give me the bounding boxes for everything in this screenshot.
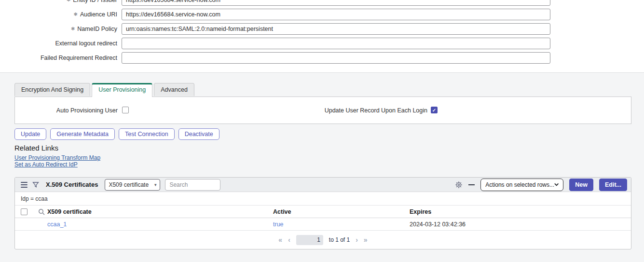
saml-idp-form: ✱ Entity ID / Issuer ✱ Audience URI ✱ Na… <box>0 0 644 73</box>
form-row-entity-id: ✱ Entity ID / Issuer <box>0 0 644 6</box>
breadcrumb: Idp = ccaa <box>15 192 631 206</box>
edit-button[interactable]: Edit... <box>599 179 627 191</box>
list-search-input[interactable] <box>165 179 220 191</box>
user-provisioning-transform-map-link[interactable]: User Provisioning Transform Map <box>14 154 100 161</box>
nameid-policy-label: ✱ NameID Policy <box>0 23 117 35</box>
generate-metadata-button[interactable]: Generate Metadata <box>50 128 115 140</box>
select-all-checkbox[interactable] <box>21 208 27 215</box>
table-row: ccaa_1 true 2024-03-12 03:42:36 <box>15 218 631 231</box>
entity-id-label: ✱ Entity ID / Issuer <box>0 0 117 6</box>
list-title: X.509 Certificates <box>46 181 98 188</box>
update-user-record-label: Update User Record Upon Each Login <box>208 107 427 114</box>
auto-provisioning-user-checkbox[interactable] <box>122 107 129 113</box>
chevron-down-icon: ▾ <box>154 182 157 187</box>
list-menu-icon[interactable] <box>21 182 27 188</box>
previous-page-icon[interactable]: ‹ <box>288 236 290 243</box>
failed-requirement-input[interactable] <box>122 52 550 64</box>
list-filter-breadcrumb[interactable]: Idp = ccaa <box>21 195 48 202</box>
auto-provisioning-user-label: Auto Provisioning User <box>15 107 118 114</box>
audience-uri-input[interactable] <box>122 9 550 20</box>
collapse-list-icon[interactable] <box>468 184 475 185</box>
column-header-x509-certificate[interactable]: X509 certificate <box>47 208 273 215</box>
cell-expires: 2024-03-12 03:42:36 <box>410 221 631 228</box>
tab-encryption-and-signing[interactable]: Encryption And Signing <box>14 83 90 96</box>
deactivate-button[interactable]: Deactivate <box>178 128 219 140</box>
entity-id-input[interactable] <box>122 0 550 6</box>
nameid-policy-input[interactable] <box>122 23 550 35</box>
table-header-row: X509 certificate Active Expires <box>15 206 631 218</box>
current-page-input[interactable] <box>296 235 323 245</box>
next-page-icon[interactable]: › <box>356 236 358 243</box>
form-row-failed-requirement: Failed Requirement Redirect <box>0 52 644 64</box>
tab-user-provisioning[interactable]: User Provisioning <box>92 83 152 97</box>
column-header-expires[interactable]: Expires <box>410 208 631 215</box>
form-action-buttons: Update Generate Metadata Test Connection… <box>14 128 219 140</box>
x509-certificates-list: X.509 Certificates X509 certificate ▾ Ac… <box>14 177 631 249</box>
pagination: « ‹ to 1 of 1 › » <box>278 235 367 245</box>
form-row-audience-uri: ✱ Audience URI <box>0 9 644 20</box>
search-icon[interactable] <box>35 208 47 215</box>
list-footer: « ‹ to 1 of 1 › » <box>15 231 631 249</box>
tab-advanced[interactable]: Advanced <box>154 83 194 96</box>
column-header-active[interactable]: Active <box>273 208 410 215</box>
chevron-down-icon <box>554 183 559 186</box>
required-icon: ✱ <box>73 12 77 17</box>
last-page-icon[interactable]: » <box>364 236 368 243</box>
pagination-label: to 1 of 1 <box>329 236 350 243</box>
user-provisioning-panel: Auto Provisioning User Update User Recor… <box>14 97 631 124</box>
form-row-nameid-policy: ✱ NameID Policy <box>0 23 644 35</box>
update-user-record-checkbox[interactable]: ✓ <box>431 107 438 113</box>
related-links-title: Related Links <box>14 144 58 152</box>
audience-uri-label: ✱ Audience URI <box>0 9 117 20</box>
cell-x509-certificate-link[interactable]: ccaa_1 <box>47 221 273 228</box>
actions-on-selected-rows-select[interactable]: Actions on selected rows... <box>480 179 563 191</box>
required-icon: ✱ <box>71 27 75 31</box>
required-icon: ✱ <box>67 0 70 2</box>
list-header-bar: X.509 Certificates X509 certificate ▾ Ac… <box>15 178 631 192</box>
update-button[interactable]: Update <box>14 128 46 140</box>
gear-icon[interactable] <box>455 181 463 189</box>
search-column-select[interactable]: X509 certificate ▾ <box>105 179 160 191</box>
new-button[interactable]: New <box>569 179 593 191</box>
form-tabs: Encryption And Signing User Provisioning… <box>14 83 196 96</box>
list-header-right: Actions on selected rows... New Edit... <box>455 179 627 191</box>
external-logout-input[interactable] <box>122 38 550 49</box>
filter-funnel-icon[interactable] <box>32 181 39 188</box>
first-page-icon[interactable]: « <box>278 236 282 243</box>
failed-requirement-label: Failed Requirement Redirect <box>0 52 117 64</box>
external-logout-label: External logout redirect <box>0 38 117 49</box>
test-connection-button[interactable]: Test Connection <box>119 128 175 140</box>
set-as-auto-redirect-idp-link[interactable]: Set as Auto Redirect IdP <box>14 161 78 168</box>
form-row-external-logout: External logout redirect <box>0 38 644 49</box>
cell-active-link[interactable]: true <box>273 221 410 228</box>
